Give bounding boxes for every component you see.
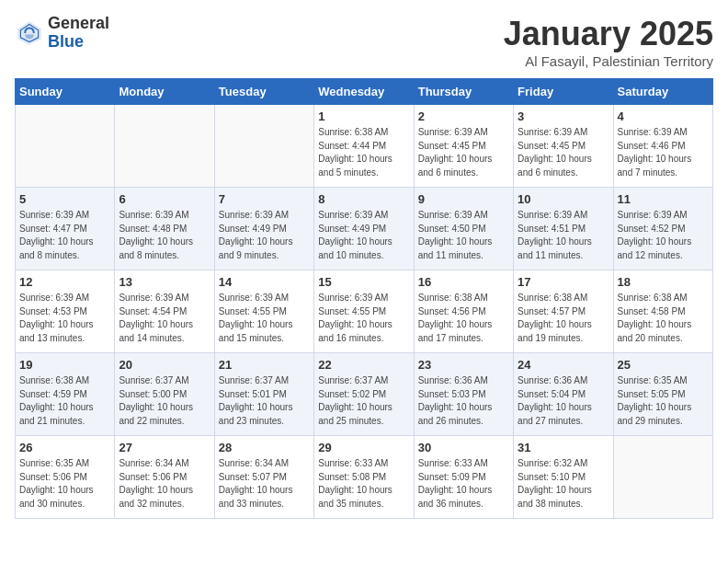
week-row-5: 26Sunrise: 6:35 AM Sunset: 5:06 PM Dayli… xyxy=(16,436,713,519)
day-number: 17 xyxy=(518,275,609,289)
day-info: Sunrise: 6:39 AM Sunset: 4:46 PM Dayligh… xyxy=(618,126,709,179)
day-cell: 28Sunrise: 6:34 AM Sunset: 5:07 PM Dayli… xyxy=(214,436,313,519)
title-block: January 2025 Al Fasayil, Palestinian Ter… xyxy=(504,15,713,69)
day-number: 18 xyxy=(618,275,709,289)
logo-icon xyxy=(15,18,44,48)
day-cell: 22Sunrise: 6:37 AM Sunset: 5:02 PM Dayli… xyxy=(314,353,414,436)
day-cell: 2Sunrise: 6:39 AM Sunset: 4:45 PM Daylig… xyxy=(414,105,513,188)
header-cell-wednesday: Wednesday xyxy=(314,79,414,105)
day-cell: 9Sunrise: 6:39 AM Sunset: 4:50 PM Daylig… xyxy=(414,188,513,270)
header-row: SundayMondayTuesdayWednesdayThursdayFrid… xyxy=(16,79,713,105)
day-info: Sunrise: 6:39 AM Sunset: 4:55 PM Dayligh… xyxy=(219,292,310,345)
header-cell-saturday: Saturday xyxy=(613,79,712,105)
day-number: 20 xyxy=(119,358,210,372)
day-number: 2 xyxy=(418,109,509,123)
day-cell xyxy=(16,105,115,188)
day-info: Sunrise: 6:38 AM Sunset: 4:57 PM Dayligh… xyxy=(518,292,609,345)
day-number: 14 xyxy=(219,275,310,289)
day-info: Sunrise: 6:39 AM Sunset: 4:52 PM Dayligh… xyxy=(618,209,709,262)
day-info: Sunrise: 6:37 AM Sunset: 5:00 PM Dayligh… xyxy=(119,374,210,428)
day-info: Sunrise: 6:39 AM Sunset: 4:49 PM Dayligh… xyxy=(318,209,409,262)
day-cell: 30Sunrise: 6:33 AM Sunset: 5:09 PM Dayli… xyxy=(414,436,513,519)
day-cell: 21Sunrise: 6:37 AM Sunset: 5:01 PM Dayli… xyxy=(214,353,313,436)
day-cell: 14Sunrise: 6:39 AM Sunset: 4:55 PM Dayli… xyxy=(214,270,313,353)
day-info: Sunrise: 6:39 AM Sunset: 4:51 PM Dayligh… xyxy=(518,209,609,262)
day-cell: 6Sunrise: 6:39 AM Sunset: 4:48 PM Daylig… xyxy=(115,188,214,270)
day-number: 16 xyxy=(418,275,509,289)
day-cell xyxy=(214,105,313,188)
day-cell: 25Sunrise: 6:35 AM Sunset: 5:05 PM Dayli… xyxy=(613,353,712,436)
day-number: 23 xyxy=(418,358,509,372)
day-info: Sunrise: 6:39 AM Sunset: 4:49 PM Dayligh… xyxy=(219,209,310,262)
day-number: 11 xyxy=(618,192,709,206)
day-cell: 23Sunrise: 6:36 AM Sunset: 5:03 PM Dayli… xyxy=(414,353,513,436)
day-info: Sunrise: 6:37 AM Sunset: 5:01 PM Dayligh… xyxy=(219,374,310,428)
day-number: 9 xyxy=(418,192,509,206)
day-info: Sunrise: 6:35 AM Sunset: 5:05 PM Dayligh… xyxy=(618,374,709,428)
day-number: 4 xyxy=(618,109,709,123)
logo-general: General xyxy=(48,15,109,33)
day-cell: 19Sunrise: 6:38 AM Sunset: 4:59 PM Dayli… xyxy=(16,353,115,436)
day-cell: 3Sunrise: 6:39 AM Sunset: 4:45 PM Daylig… xyxy=(514,105,613,188)
day-info: Sunrise: 6:36 AM Sunset: 5:04 PM Dayligh… xyxy=(518,374,609,428)
day-cell: 31Sunrise: 6:32 AM Sunset: 5:10 PM Dayli… xyxy=(514,436,613,519)
day-info: Sunrise: 6:33 AM Sunset: 5:09 PM Dayligh… xyxy=(418,457,509,511)
day-number: 24 xyxy=(518,358,609,372)
day-cell: 17Sunrise: 6:38 AM Sunset: 4:57 PM Dayli… xyxy=(514,270,613,353)
day-cell: 27Sunrise: 6:34 AM Sunset: 5:06 PM Dayli… xyxy=(115,436,214,519)
header-cell-tuesday: Tuesday xyxy=(214,79,313,105)
day-info: Sunrise: 6:34 AM Sunset: 5:07 PM Dayligh… xyxy=(219,457,310,511)
week-row-4: 19Sunrise: 6:38 AM Sunset: 4:59 PM Dayli… xyxy=(16,353,713,436)
day-cell: 26Sunrise: 6:35 AM Sunset: 5:06 PM Dayli… xyxy=(16,436,115,519)
day-number: 30 xyxy=(418,441,509,454)
day-cell: 15Sunrise: 6:39 AM Sunset: 4:55 PM Dayli… xyxy=(314,270,414,353)
day-number: 6 xyxy=(119,192,210,206)
day-info: Sunrise: 6:39 AM Sunset: 4:50 PM Dayligh… xyxy=(418,209,509,262)
day-info: Sunrise: 6:34 AM Sunset: 5:06 PM Dayligh… xyxy=(119,457,210,511)
day-number: 7 xyxy=(219,192,310,206)
day-number: 8 xyxy=(318,192,409,206)
calendar-body: 1Sunrise: 6:38 AM Sunset: 4:44 PM Daylig… xyxy=(16,105,713,519)
day-number: 1 xyxy=(318,109,409,123)
day-cell: 13Sunrise: 6:39 AM Sunset: 4:54 PM Dayli… xyxy=(115,270,214,353)
day-cell: 24Sunrise: 6:36 AM Sunset: 5:04 PM Dayli… xyxy=(514,353,613,436)
day-info: Sunrise: 6:38 AM Sunset: 4:56 PM Dayligh… xyxy=(418,292,509,345)
main-title: January 2025 xyxy=(504,15,713,53)
day-number: 27 xyxy=(119,441,210,454)
day-cell: 11Sunrise: 6:39 AM Sunset: 4:52 PM Dayli… xyxy=(613,188,712,270)
day-info: Sunrise: 6:39 AM Sunset: 4:55 PM Dayligh… xyxy=(318,292,409,345)
day-info: Sunrise: 6:39 AM Sunset: 4:54 PM Dayligh… xyxy=(119,292,210,345)
logo: General Blue xyxy=(15,15,109,52)
logo-text: General Blue xyxy=(48,15,109,52)
day-number: 10 xyxy=(518,192,609,206)
day-number: 21 xyxy=(219,358,310,372)
day-cell: 20Sunrise: 6:37 AM Sunset: 5:00 PM Dayli… xyxy=(115,353,214,436)
day-cell: 29Sunrise: 6:33 AM Sunset: 5:08 PM Dayli… xyxy=(314,436,414,519)
day-cell: 4Sunrise: 6:39 AM Sunset: 4:46 PM Daylig… xyxy=(613,105,712,188)
day-info: Sunrise: 6:32 AM Sunset: 5:10 PM Dayligh… xyxy=(518,457,609,511)
day-info: Sunrise: 6:39 AM Sunset: 4:47 PM Dayligh… xyxy=(19,209,110,262)
day-number: 31 xyxy=(518,441,609,454)
day-info: Sunrise: 6:36 AM Sunset: 5:03 PM Dayligh… xyxy=(418,374,509,428)
day-info: Sunrise: 6:39 AM Sunset: 4:45 PM Dayligh… xyxy=(518,126,609,179)
day-info: Sunrise: 6:39 AM Sunset: 4:53 PM Dayligh… xyxy=(19,292,110,345)
day-cell xyxy=(115,105,214,188)
header-cell-friday: Friday xyxy=(514,79,613,105)
header-cell-sunday: Sunday xyxy=(16,79,115,105)
day-cell: 16Sunrise: 6:38 AM Sunset: 4:56 PM Dayli… xyxy=(414,270,513,353)
day-number: 5 xyxy=(19,192,110,206)
logo-blue: Blue xyxy=(48,33,109,52)
day-number: 3 xyxy=(518,109,609,123)
day-number: 29 xyxy=(318,441,409,454)
day-info: Sunrise: 6:39 AM Sunset: 4:45 PM Dayligh… xyxy=(418,126,509,179)
day-info: Sunrise: 6:37 AM Sunset: 5:02 PM Dayligh… xyxy=(318,374,409,428)
day-number: 15 xyxy=(318,275,409,289)
day-info: Sunrise: 6:35 AM Sunset: 5:06 PM Dayligh… xyxy=(19,457,110,511)
week-row-3: 12Sunrise: 6:39 AM Sunset: 4:53 PM Dayli… xyxy=(16,270,713,353)
day-cell: 5Sunrise: 6:39 AM Sunset: 4:47 PM Daylig… xyxy=(16,188,115,270)
day-cell: 8Sunrise: 6:39 AM Sunset: 4:49 PM Daylig… xyxy=(314,188,414,270)
day-number: 22 xyxy=(318,358,409,372)
day-cell: 12Sunrise: 6:39 AM Sunset: 4:53 PM Dayli… xyxy=(16,270,115,353)
day-number: 25 xyxy=(618,358,709,372)
header-cell-thursday: Thursday xyxy=(414,79,513,105)
